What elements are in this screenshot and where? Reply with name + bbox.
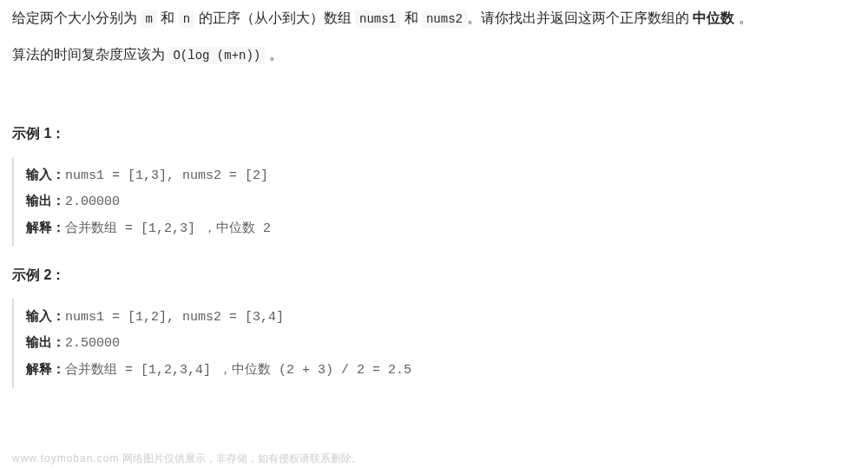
example-2-input: nums1 = [1,2], nums2 = [3,4] [65,310,284,325]
example-1-explain: 合并数组 = [1,2,3] ，中位数 2 [65,221,271,236]
input-label: 输入： [26,167,65,181]
spacer [12,79,856,105]
text: 。 [265,47,282,62]
watermark-domain: www.toymoban.com [12,452,119,464]
text: 和 [157,10,179,25]
code-complexity: O(log (m+n)) [168,47,265,64]
example-2-output: 2.50000 [65,336,120,351]
text: 算法的时间复杂度应该为 [12,47,168,62]
example-1-output: 2.00000 [65,194,120,209]
example-2-block: 输入：nums1 = [1,2], nums2 = [3,4] 输出：2.500… [12,299,856,389]
output-label: 输出： [26,334,65,349]
example-1-input: nums1 = [1,3], nums2 = [2] [65,168,268,183]
example-1-title: 示例 1： [12,122,856,145]
output-label: 输出： [26,193,65,207]
code-nums2: nums2 [422,10,467,28]
watermark: www.toymoban.com 网络图片仅供展示，非存储，如有侵权请联系删除。 [12,451,362,467]
explain-label: 解释： [26,361,65,376]
example-1-block: 输入：nums1 = [1,3], nums2 = [2] 输出：2.00000… [12,157,856,247]
text: 给定两个大小分别为 [12,10,141,25]
example-2-title: 示例 2： [12,264,856,286]
code-nums1: nums1 [355,10,400,28]
text: 和 [400,10,422,25]
problem-paragraph-2: 算法的时间复杂度应该为 O(log (m+n)) 。 [12,43,856,66]
explain-label: 解释： [26,220,65,234]
watermark-note: 网络图片仅供展示，非存储，如有侵权请联系删除。 [119,452,361,464]
input-label: 输入： [26,308,65,323]
text: 。请你找出并返回这两个正序数组的 [467,10,693,25]
code-m: m [141,10,156,28]
code-n: n [179,10,194,28]
text: 的正序（从小到大）数组 [194,10,355,25]
example-2-explain: 合并数组 = [1,2,3,4] ，中位数 (2 + 3) / 2 = 2.5 [65,363,411,378]
bold-median: 中位数 [693,10,734,25]
text: 。 [734,10,752,25]
problem-paragraph-1: 给定两个大小分别为 m 和 n 的正序（从小到大）数组 nums1 和 nums… [12,7,856,30]
